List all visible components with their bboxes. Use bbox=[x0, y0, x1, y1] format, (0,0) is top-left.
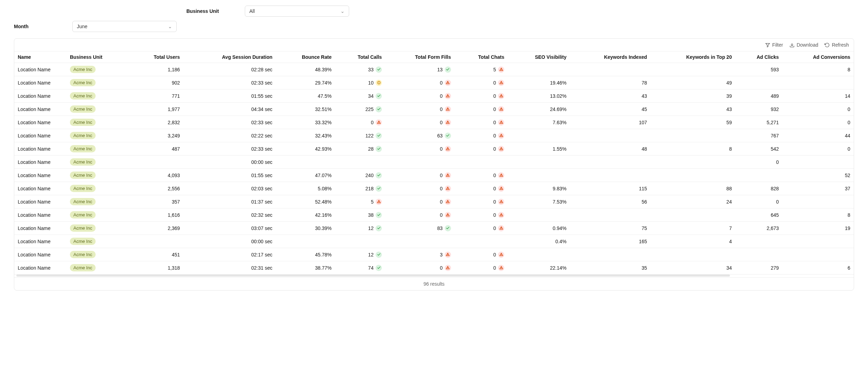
table-row[interactable]: Location NameAcme Inc35701:37 sec52.48%5… bbox=[14, 195, 854, 208]
column-header[interactable]: Total Form Fills bbox=[385, 51, 455, 63]
business-unit-badge: Acme Inc bbox=[70, 105, 96, 113]
table-row[interactable]: Location NameAcme Inc77101:55 sec47.5%34… bbox=[14, 89, 854, 103]
column-header[interactable]: Bounce Rate bbox=[276, 51, 335, 63]
table-cell: Location Name bbox=[14, 103, 66, 116]
table-cell: 0 bbox=[782, 103, 854, 116]
table-row[interactable]: Location NameAcme Inc00:00 sec0 bbox=[14, 156, 854, 169]
check-icon bbox=[445, 225, 451, 231]
table-cell: 1,616 bbox=[130, 208, 184, 222]
business-unit-badge: Acme Inc bbox=[70, 132, 96, 139]
table-cell: Acme Inc bbox=[66, 195, 130, 208]
table-row[interactable]: Location NameAcme Inc00:00 sec0.4%1654 bbox=[14, 235, 854, 248]
column-header[interactable]: Total Calls bbox=[335, 51, 385, 63]
alert-icon bbox=[498, 265, 504, 271]
table-row[interactable]: Location NameAcme Inc2,36903:07 sec30.39… bbox=[14, 222, 854, 235]
table-cell: 2,556 bbox=[130, 182, 184, 195]
horizontal-scrollbar[interactable] bbox=[16, 275, 730, 277]
table-cell: 24.69% bbox=[508, 103, 570, 116]
table-cell bbox=[735, 76, 782, 89]
table-cell: 218 bbox=[335, 182, 385, 195]
month-select[interactable]: June ⌄ bbox=[72, 21, 177, 32]
table-cell: 34 bbox=[335, 89, 385, 103]
table-cell: 7.63% bbox=[508, 116, 570, 129]
table-cell: 44 bbox=[782, 129, 854, 142]
column-header[interactable]: Keywords Indexed bbox=[570, 51, 651, 63]
table-cell: Location Name bbox=[14, 261, 66, 275]
table-cell: 2,673 bbox=[735, 222, 782, 235]
table-cell: Location Name bbox=[14, 116, 66, 129]
table-cell: 0 bbox=[455, 76, 508, 89]
table-cell: 59 bbox=[651, 116, 736, 129]
column-header[interactable]: Ad Conversions bbox=[782, 51, 854, 63]
table-cell: 8 bbox=[782, 208, 854, 222]
column-header[interactable]: Avg Session Duration bbox=[183, 51, 276, 63]
business-unit-badge: Acme Inc bbox=[70, 185, 96, 192]
table-cell: 0 bbox=[455, 142, 508, 156]
download-button[interactable]: Download bbox=[789, 42, 818, 48]
table-cell: 240 bbox=[335, 169, 385, 182]
refresh-button[interactable]: Refresh bbox=[825, 42, 849, 48]
filter-icon bbox=[765, 42, 770, 48]
column-header[interactable]: Business Unit bbox=[66, 51, 130, 63]
table-cell: Location Name bbox=[14, 129, 66, 142]
table-row[interactable]: Location NameAcme Inc1,61602:32 sec42.16… bbox=[14, 208, 854, 222]
table-cell bbox=[570, 156, 651, 169]
table-cell: 0 bbox=[455, 169, 508, 182]
table-cell: 02:33 sec bbox=[183, 116, 276, 129]
report-panel: Filter Download Refresh NameBusiness Uni… bbox=[14, 38, 854, 291]
table-cell bbox=[651, 208, 736, 222]
table-body: Location NameAcme Inc1,18602:28 sec48.39… bbox=[14, 63, 854, 275]
table-cell: Acme Inc bbox=[66, 116, 130, 129]
table-cell: 0 bbox=[385, 116, 455, 129]
business-unit-badge: Acme Inc bbox=[70, 145, 96, 152]
table-row[interactable]: Location NameAcme Inc90202:33 sec29.74%1… bbox=[14, 76, 854, 89]
table-cell bbox=[508, 169, 570, 182]
column-header[interactable]: SEO Visibility bbox=[508, 51, 570, 63]
table-row[interactable]: Location NameAcme Inc1,31802:31 sec38.77… bbox=[14, 261, 854, 275]
business-unit-label: Business Unit bbox=[186, 8, 242, 14]
column-header[interactable]: Keywords in Top 20 bbox=[651, 51, 736, 63]
column-header[interactable]: Name bbox=[14, 51, 66, 63]
table-cell: Acme Inc bbox=[66, 182, 130, 195]
business-unit-badge: Acme Inc bbox=[70, 79, 96, 86]
table-row[interactable]: Location NameAcme Inc1,18602:28 sec48.39… bbox=[14, 63, 854, 76]
table-cell: 02:33 sec bbox=[183, 76, 276, 89]
table-row[interactable]: Location NameAcme Inc45102:17 sec45.78%1… bbox=[14, 248, 854, 261]
table-cell: 13.02% bbox=[508, 89, 570, 103]
table-cell: 0 bbox=[385, 142, 455, 156]
table-cell: 165 bbox=[570, 235, 651, 248]
column-header[interactable]: Ad Clicks bbox=[735, 51, 782, 63]
table-cell: 49 bbox=[651, 76, 736, 89]
table-cell bbox=[782, 195, 854, 208]
table-row[interactable]: Location NameAcme Inc3,24902:22 sec32.43… bbox=[14, 129, 854, 142]
table-cell: 38.77% bbox=[276, 261, 335, 275]
table-cell: Location Name bbox=[14, 156, 66, 169]
table-cell: 29.74% bbox=[276, 76, 335, 89]
business-unit-badge: Acme Inc bbox=[70, 66, 96, 73]
table-cell: 0.94% bbox=[508, 222, 570, 235]
table-cell: 767 bbox=[735, 129, 782, 142]
table-row[interactable]: Location NameAcme Inc2,83202:33 sec33.32… bbox=[14, 116, 854, 129]
table-row[interactable]: Location NameAcme Inc48702:33 sec42.93%2… bbox=[14, 142, 854, 156]
table-row[interactable]: Location NameAcme Inc2,55602:03 sec5.08%… bbox=[14, 182, 854, 195]
alert-icon bbox=[445, 199, 451, 205]
table-cell: 0 bbox=[455, 195, 508, 208]
table-cell: Acme Inc bbox=[66, 89, 130, 103]
table-cell: 45 bbox=[570, 103, 651, 116]
table-cell: 5 bbox=[455, 63, 508, 76]
business-unit-select[interactable]: All ⌄ bbox=[245, 6, 349, 17]
column-header[interactable]: Total Users bbox=[130, 51, 184, 63]
table-cell bbox=[508, 156, 570, 169]
table-cell: 13 bbox=[385, 63, 455, 76]
table-scroll[interactable]: NameBusiness UnitTotal UsersAvg Session … bbox=[14, 51, 854, 275]
table-cell bbox=[570, 169, 651, 182]
filter-button[interactable]: Filter bbox=[765, 42, 783, 48]
alert-icon bbox=[445, 212, 451, 218]
table-row[interactable]: Location NameAcme Inc1,97704:34 sec32.51… bbox=[14, 103, 854, 116]
check-icon bbox=[376, 185, 382, 192]
business-unit-badge: Acme Inc bbox=[70, 251, 96, 258]
table-cell: 0 bbox=[782, 116, 854, 129]
table-cell: 02:32 sec bbox=[183, 208, 276, 222]
column-header[interactable]: Total Chats bbox=[455, 51, 508, 63]
table-row[interactable]: Location NameAcme Inc4,09301:55 sec47.07… bbox=[14, 169, 854, 182]
